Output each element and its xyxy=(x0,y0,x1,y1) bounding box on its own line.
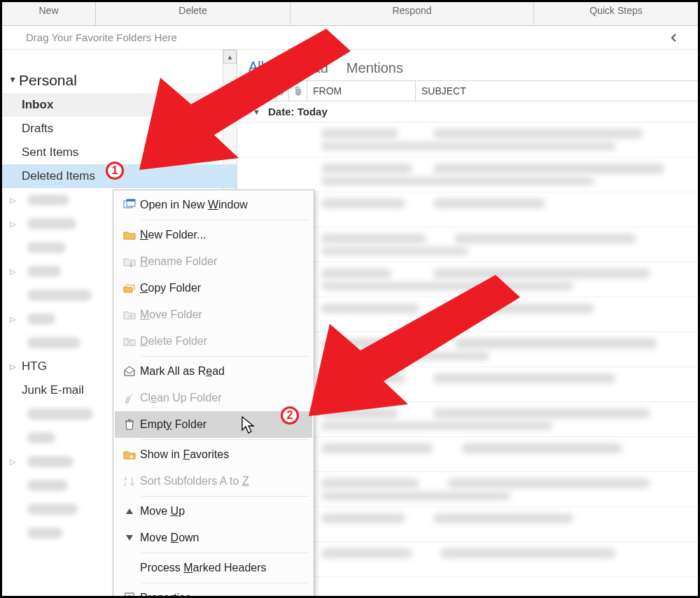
expander-icon[interactable]: ▷ xyxy=(8,212,18,236)
folder-label: Deleted Items xyxy=(22,169,95,183)
folder-label: Sent Items xyxy=(22,145,78,159)
annotation-badge-2: 2 xyxy=(281,406,299,425)
svg-rect-4 xyxy=(130,262,132,267)
envelope-open-icon xyxy=(119,365,140,378)
svg-line-5 xyxy=(130,394,133,397)
menu-label: Open in New Window xyxy=(140,199,248,211)
menu-label: Delete Folder xyxy=(140,335,207,348)
menu-sort-subfolders: AZ Sort Subfolders A to Z xyxy=(115,468,312,494)
menu-label: Move Up xyxy=(140,505,185,518)
annotation-arrow-2 xyxy=(303,275,520,432)
menu-label: Show in Favorites xyxy=(140,448,229,461)
ribbon-group-respond[interactable]: Respond xyxy=(290,2,534,25)
folder-context-menu: Open in New Window New Folder... Rename … xyxy=(113,190,314,598)
folder-label: Inbox xyxy=(22,98,53,112)
menu-label: New Folder... xyxy=(140,229,206,241)
menu-label: Properties... xyxy=(140,592,200,598)
broom-icon xyxy=(119,392,140,404)
triangle-up-icon xyxy=(119,505,140,518)
menu-label: Mark All as Read xyxy=(140,365,225,378)
menu-label: Rename Folder xyxy=(140,255,217,268)
menu-open-new-window[interactable]: Open in New Window xyxy=(115,192,312,218)
ribbon-group-delete[interactable]: Delete xyxy=(96,2,290,25)
svg-marker-15 xyxy=(309,275,520,416)
menu-move-up[interactable]: Move Up xyxy=(115,498,312,525)
annotation-badge-1: 1 xyxy=(106,162,124,180)
menu-mark-all-read[interactable]: Mark All as Read xyxy=(115,358,312,385)
ribbon-group-quicksteps[interactable]: Quick Steps xyxy=(534,2,698,25)
folder-label: HTG xyxy=(22,359,47,373)
menu-label: Sort Subfolders A to Z xyxy=(140,475,249,487)
expander-icon[interactable]: ▷ xyxy=(8,355,18,378)
column-subject[interactable]: SUBJECT xyxy=(416,81,698,101)
expander-icon[interactable]: ▷ xyxy=(8,307,18,331)
expander-icon[interactable]: ▷ xyxy=(8,259,18,283)
menu-show-in-favorites[interactable]: Show in Favorites xyxy=(115,441,312,468)
folder-icon xyxy=(119,229,140,241)
account-label: Personal xyxy=(19,72,77,89)
menu-delete-folder: Delete Folder xyxy=(115,328,312,355)
menu-clean-up-folder: Clean Up Folder xyxy=(115,385,312,411)
folder-copy-icon xyxy=(119,282,140,294)
svg-rect-6 xyxy=(125,420,134,422)
folder-rename-icon xyxy=(119,255,140,268)
menu-rename-folder: Rename Folder xyxy=(115,248,312,275)
svg-marker-14 xyxy=(139,29,351,170)
folder-label: Junk E-mail xyxy=(22,383,84,397)
trash-icon xyxy=(119,418,140,431)
folder-label: Drafts xyxy=(22,122,53,136)
menu-properties[interactable]: Properties... xyxy=(115,585,312,598)
menu-label: Move Folder xyxy=(140,308,202,321)
menu-label: Copy Folder xyxy=(140,282,201,294)
triangle-down-icon xyxy=(119,532,140,544)
properties-icon xyxy=(119,592,140,598)
svg-rect-7 xyxy=(128,419,131,420)
menu-copy-folder[interactable]: Copy Folder xyxy=(115,275,312,301)
folder-star-icon xyxy=(119,448,140,461)
collapse-favorites-icon[interactable] xyxy=(670,26,678,50)
menu-move-down[interactable]: Move Down xyxy=(115,525,312,551)
menu-label: Empty Folder xyxy=(140,418,206,431)
menu-process-marked-headers[interactable]: Process Marked Headers xyxy=(115,555,312,581)
mouse-cursor-icon xyxy=(241,416,257,434)
svg-text:A: A xyxy=(124,476,127,481)
svg-text:Z: Z xyxy=(124,482,127,487)
menu-label: Clean Up Folder xyxy=(140,392,222,404)
svg-rect-3 xyxy=(127,199,135,201)
menu-move-folder: Move Folder xyxy=(115,301,312,328)
ribbon: New Delete Respond Quick Steps xyxy=(2,2,698,26)
menu-label: Move Down xyxy=(140,532,200,544)
ribbon-group-new[interactable]: New xyxy=(2,2,96,25)
expander-icon[interactable]: ▷ xyxy=(8,450,18,474)
annotation-arrow-1 xyxy=(127,29,351,179)
menu-new-folder[interactable]: New Folder... xyxy=(115,222,312,248)
folder-move-icon xyxy=(119,308,140,321)
expander-icon[interactable]: ▷ xyxy=(8,188,18,212)
tab-mentions[interactable]: Mentions xyxy=(346,60,403,80)
caret-down-icon: ▲ xyxy=(8,76,18,85)
sort-az-icon: AZ xyxy=(119,475,140,487)
folder-delete-icon xyxy=(119,335,140,348)
window-icon xyxy=(119,199,140,211)
menu-label: Process Marked Headers xyxy=(140,562,267,574)
